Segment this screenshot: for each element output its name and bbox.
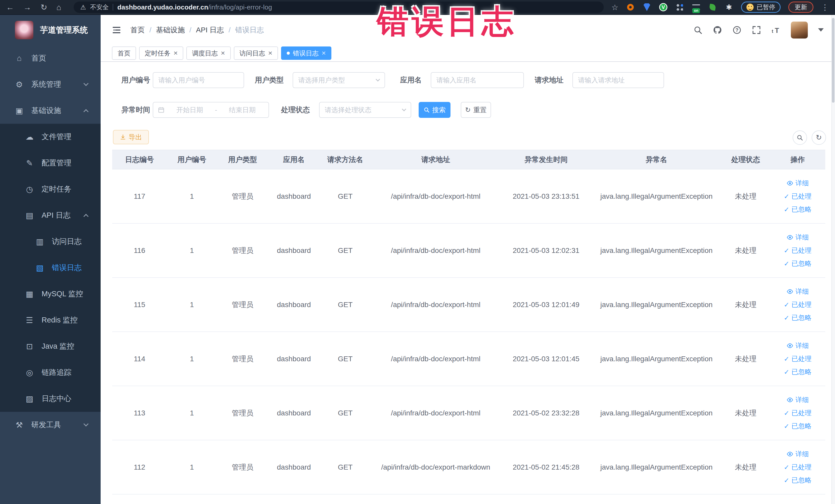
ignored-link[interactable]: ✓已忽略 [784, 205, 812, 214]
app-logo[interactable]: 芋道管理系统 [0, 15, 101, 45]
security-warning-icon: ⚠ [80, 4, 86, 11]
tab-close-icon[interactable]: × [221, 50, 225, 56]
cell-method: GET [320, 192, 371, 201]
user-id-input[interactable] [153, 72, 244, 88]
sidebar-item-cron[interactable]: ◷定时任务 [0, 176, 101, 202]
column-header-用户编号: 用户编号 [167, 155, 217, 165]
browser-update-button[interactable]: 更新 [788, 2, 813, 13]
cell-user_type: 管理员 [217, 354, 268, 364]
scrollbar-thumb[interactable] [832, 18, 834, 103]
tab-定时任务[interactable]: 定时任务× [139, 46, 183, 60]
detail-link[interactable]: 详细 [787, 287, 809, 296]
profile-paused-chip[interactable]: 已暂停 [741, 2, 780, 13]
font-size-icon[interactable]: tT [771, 25, 780, 35]
sidebar-item-gear[interactable]: ⚙系统管理 [0, 72, 101, 98]
detail-link[interactable]: 详细 [787, 396, 809, 404]
sidebar-item-logcenter[interactable]: ▨日志中心 [0, 386, 101, 412]
cell-exception: java.lang.IllegalArgumentException [592, 192, 721, 201]
processed-link[interactable]: ✓已处理 [784, 192, 812, 201]
fullscreen-icon[interactable] [752, 25, 761, 35]
tab-错误日志[interactable]: 错误日志× [281, 46, 331, 60]
ignored-link[interactable]: ✓已忽略 [784, 422, 812, 430]
forward-icon[interactable]: → [23, 3, 31, 11]
breadcrumb-item[interactable]: 首页 [130, 25, 145, 35]
toggle-search-button[interactable] [793, 130, 807, 145]
check-icon: ✓ [784, 315, 790, 321]
refresh-table-button[interactable]: ↻ [812, 130, 826, 145]
switch-extension-icon[interactable]: on [692, 3, 700, 12]
check-icon: ✓ [784, 477, 790, 484]
process-status-select[interactable]: 请选择处理状态 [319, 102, 411, 118]
sidebar-item-redis[interactable]: ☰Redis 监控 [0, 307, 101, 333]
shield-extension-icon[interactable] [643, 3, 651, 12]
leaf-extension-icon[interactable] [708, 3, 717, 12]
back-icon[interactable]: ← [6, 3, 14, 11]
sidebar-item-trace[interactable]: ◎链路追踪 [0, 360, 101, 386]
check-icon: ✓ [784, 410, 790, 417]
detail-link[interactable]: 详细 [787, 233, 809, 242]
reset-button[interactable]: ↻ 重置 [461, 102, 491, 118]
cell-status: 未处理 [721, 246, 770, 256]
search-icon[interactable] [693, 25, 702, 35]
ignored-link[interactable]: ✓已忽略 [784, 367, 812, 377]
ignored-link[interactable]: ✓已忽略 [784, 476, 812, 485]
search-button[interactable]: 搜索 [419, 102, 450, 118]
tab-首页[interactable]: 首页 [112, 46, 136, 60]
grid-extension-icon[interactable] [675, 3, 684, 12]
browser-menu-icon[interactable]: ⋮ [821, 3, 829, 12]
extensions-puzzle-icon[interactable]: ✱ [725, 3, 733, 12]
detail-link[interactable]: 详细 [787, 341, 809, 350]
tab-close-icon[interactable]: × [268, 50, 272, 56]
exception-time-range-picker[interactable]: 开始日期 - 结束日期 [153, 102, 269, 118]
detail-link[interactable]: 详细 [787, 449, 809, 459]
help-icon[interactable]: ? [732, 25, 741, 35]
user-avatar[interactable] [791, 22, 808, 39]
collapse-sidebar-icon[interactable] [112, 25, 121, 35]
sidebar-item-access[interactable]: ▥访问日志 [0, 228, 101, 255]
op-link-label: 已忽略 [791, 422, 811, 430]
sidebar-item-mysql[interactable]: ▦MySQL 监控 [0, 281, 101, 307]
cell-status: 未处理 [721, 408, 770, 418]
sidebar-item-error[interactable]: ▧错误日志 [0, 255, 101, 281]
tab-调度日志[interactable]: 调度日志× [186, 46, 230, 60]
sidebar-item-java[interactable]: ⊡Java 监控 [0, 333, 101, 360]
green-v-extension-icon[interactable]: V [659, 3, 668, 12]
search-button-label: 搜索 [432, 105, 446, 115]
app-name-input[interactable] [431, 72, 524, 88]
github-icon[interactable] [713, 25, 722, 35]
orange-ring-extension-icon[interactable] [626, 3, 635, 12]
export-button[interactable]: 导出 [113, 130, 149, 144]
tab-close-icon[interactable]: × [174, 50, 178, 56]
sidebar-item-api[interactable]: ▤API 日志 [0, 202, 101, 228]
address-bar[interactable]: ⚠ 不安全 dashboard.yudao.iocoder.cn/infra/l… [74, 2, 604, 13]
user-id-label: 用户编号 [112, 75, 150, 85]
reload-icon[interactable]: ↻ [41, 3, 47, 11]
cell-time: 2021-05-03 12:02:31 [501, 246, 592, 255]
sidebar-item-infra[interactable]: ▣基础设施 [0, 98, 101, 124]
page-scrollbar[interactable] [831, 15, 835, 504]
mysql-icon: ▦ [24, 289, 36, 299]
sidebar-item-home[interactable]: ⌂首页 [0, 45, 101, 72]
bookmark-star-icon[interactable]: ☆ [611, 3, 618, 12]
ignored-link[interactable]: ✓已忽略 [784, 259, 812, 268]
breadcrumb-item[interactable]: 基础设施 [156, 25, 185, 35]
request-url-input[interactable] [572, 72, 664, 88]
user-menu-caret-icon[interactable] [818, 28, 824, 32]
ignored-link[interactable]: ✓已忽略 [784, 313, 812, 322]
processed-link[interactable]: ✓已处理 [784, 354, 812, 363]
tab-close-icon[interactable]: × [322, 50, 326, 56]
sidebar-item-config[interactable]: ✎配置管理 [0, 150, 101, 176]
breadcrumb-item[interactable]: API 日志 [196, 25, 224, 35]
user-type-select[interactable]: 请选择用户类型 [292, 72, 385, 88]
detail-link[interactable]: 详细 [787, 179, 809, 188]
browser-home-icon[interactable]: ⌂ [57, 3, 61, 11]
sidebar-item-tools[interactable]: ⚒研发工具 [0, 412, 101, 438]
processed-link[interactable]: ✓已处理 [784, 408, 812, 418]
sidebar-item-file[interactable]: ☁文件管理 [0, 124, 101, 150]
tools-icon: ⚒ [13, 420, 25, 430]
tab-访问日志[interactable]: 访问日志× [234, 46, 278, 60]
processed-link[interactable]: ✓已处理 [784, 246, 812, 255]
svg-text:?: ? [735, 27, 738, 33]
processed-link[interactable]: ✓已处理 [784, 300, 812, 309]
processed-link[interactable]: ✓已处理 [784, 463, 812, 472]
